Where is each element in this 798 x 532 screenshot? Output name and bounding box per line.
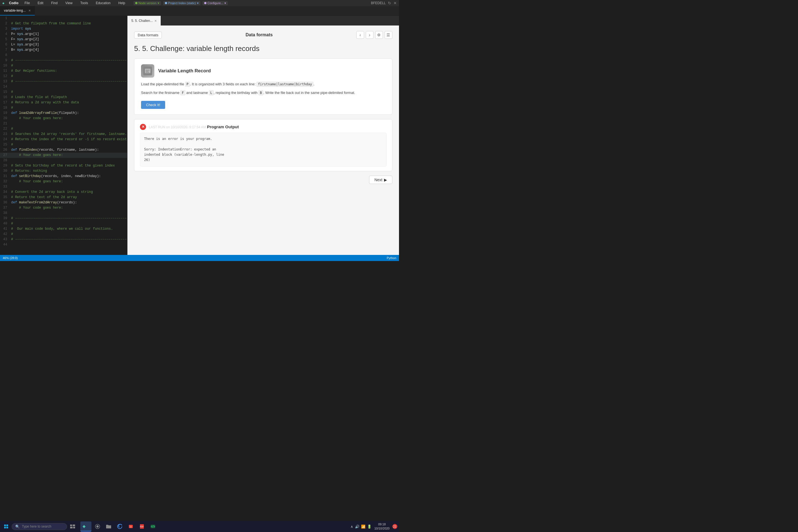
line-number: 35 <box>0 195 10 200</box>
line-number: 14 <box>0 84 10 90</box>
output-error-line1: There is an error is your program. <box>144 136 382 141</box>
line-number: 43 <box>0 237 10 242</box>
line-number: 37 <box>0 205 10 211</box>
code-line: 37 # Your code goes here: <box>0 205 127 211</box>
next-button-container: Next ▶ <box>134 176 392 184</box>
line-number: 1 <box>0 16 10 21</box>
node-version-badge[interactable]: Node version ▾ <box>134 1 161 5</box>
line-content: def load2dArrayFromFile(filepath): <box>10 111 127 116</box>
code-line: 19def load2dArrayFromFile(filepath): <box>0 111 127 116</box>
line-content: # Our main code body, where we call our … <box>10 226 127 232</box>
line-content: # --------------------------------------… <box>10 237 127 242</box>
line-content: def setBirthday(records, index, newBirth… <box>10 174 127 179</box>
output-box: ✕ LAST RUN on 10/10/2020, 9:17:54 AM Pro… <box>134 119 392 171</box>
code-line: 43# ------------------------------------… <box>0 237 127 242</box>
next-button[interactable]: Next ▶ <box>369 176 392 184</box>
menu-edit[interactable]: Edit <box>36 1 45 5</box>
status-position: 46% (28:0) <box>3 256 18 260</box>
line-content: import sys <box>10 26 127 32</box>
panel-tab-challenge[interactable]: 5. 5. Challen... × <box>128 16 161 25</box>
line-content: # Searches the 2d array 'records' for fi… <box>10 132 127 137</box>
next-arrow-icon: ▶ <box>384 177 387 182</box>
line-number: 7 <box>0 48 10 53</box>
menu-help[interactable]: Help <box>117 1 127 5</box>
code-line: 1 <box>0 16 127 21</box>
line-number: 42 <box>0 232 10 237</box>
error-icon: ✕ <box>140 124 146 130</box>
code-line: 12# <box>0 74 127 79</box>
line-number: 44 <box>0 242 10 247</box>
output-title: Program Output <box>207 125 239 129</box>
menu-tools[interactable]: Tools <box>79 1 90 5</box>
nav-settings-button[interactable]: ⚙ <box>375 31 383 39</box>
collapse-button[interactable]: Data formats <box>134 32 162 39</box>
line-content: # <box>10 142 127 147</box>
tab-left-label: variable-leng... <box>4 8 26 13</box>
sync-icon[interactable]: ↻ <box>388 1 391 5</box>
line-number: 34 <box>0 190 10 195</box>
tab-left-close[interactable]: × <box>28 8 31 13</box>
code-line: 22# <box>0 126 127 132</box>
line-number: 11 <box>0 69 10 74</box>
line-content: # <box>10 105 127 111</box>
code-line: 16# Loads the file at filepath <box>0 95 127 100</box>
line-content: # Your code goes here: <box>10 116 127 121</box>
code-f: F <box>180 90 185 95</box>
code-line: 39# ------------------------------------… <box>0 216 127 221</box>
line-number: 21 <box>0 121 10 126</box>
check-button[interactable]: Check It! <box>141 101 165 109</box>
code-line: 7B= sys.argv[4] <box>0 48 127 53</box>
project-index-badge[interactable]: Project Index (static) ▾ <box>163 1 200 5</box>
panel-tab-close[interactable]: × <box>154 19 156 23</box>
line-content: # --------------------------------------… <box>10 79 127 84</box>
line-content: # Get the filepath from the command line <box>10 21 127 26</box>
nav-list-button[interactable]: ☰ <box>385 31 392 39</box>
code-line: 23# Searches the 2d array 'records' for … <box>0 132 127 137</box>
code-line: 30# Returns: nothing <box>0 169 127 174</box>
code-line: 29# Sets the birthday of the record at t… <box>0 163 127 169</box>
output-meta: LAST RUN on 10/10/2020, 9:17:54 AM Progr… <box>149 125 239 129</box>
line-number: 23 <box>0 132 10 137</box>
line-number: 5 <box>0 37 10 42</box>
tab-left[interactable]: variable-leng... × <box>0 6 35 16</box>
line-number: 27 <box>0 153 10 158</box>
status-language: Python <box>387 256 396 260</box>
code-editor[interactable]: 12# Get the filepath from the command li… <box>0 16 128 255</box>
code-line: 28 <box>0 158 127 163</box>
main-layout: 12# Get the filepath from the command li… <box>0 16 399 255</box>
right-panel: 5. 5. Challen... × Data formats Data for… <box>128 16 399 255</box>
line-number: 31 <box>0 174 10 179</box>
titlebar-right: BFEDELL ↻ ✕ <box>371 1 397 5</box>
nav-next-button[interactable]: › <box>366 31 374 39</box>
line-number: 8 <box>0 53 10 58</box>
output-content: There is an error is your program. Sorry… <box>140 133 386 167</box>
code-line: 32 # Your code goes here: <box>0 179 127 184</box>
line-content: # <box>10 126 127 132</box>
configure-badge[interactable]: Configure... ▾ <box>203 1 228 5</box>
close-icon[interactable]: ✕ <box>394 1 397 5</box>
editor-tabbar: variable-leng... × <box>0 6 399 16</box>
code-fields: firstname|lastname|birthday <box>256 82 314 87</box>
menu-education[interactable]: Education <box>94 1 112 5</box>
menu-view[interactable]: View <box>64 1 74 5</box>
code-line: 33 <box>0 184 127 190</box>
code-line: 4P= sys.argv[1] <box>0 32 127 37</box>
line-content: def findIndex(records, firstname, lastna… <box>10 147 127 153</box>
line-number: 33 <box>0 184 10 190</box>
username: BFEDELL <box>371 1 386 5</box>
line-number: 10 <box>0 63 10 69</box>
code-line: 13# ------------------------------------… <box>0 79 127 84</box>
line-number: 29 <box>0 163 10 169</box>
output-error-detail: Sorry: IndentationError: expected aninde… <box>144 147 382 163</box>
nav-prev-button[interactable]: ‹ <box>356 31 364 39</box>
code-line: 8 <box>0 53 127 58</box>
line-number: 32 <box>0 179 10 184</box>
line-content: # <box>10 221 127 226</box>
line-content: # <box>10 232 127 237</box>
menu-file[interactable]: File <box>23 1 31 5</box>
code-line: 14 <box>0 84 127 90</box>
line-content: F= sys.argv[2] <box>10 37 127 42</box>
line-content: # <box>10 74 127 79</box>
card-body: Load the pipe-delimited file P. It is or… <box>141 81 385 96</box>
menu-find[interactable]: Find <box>50 1 59 5</box>
